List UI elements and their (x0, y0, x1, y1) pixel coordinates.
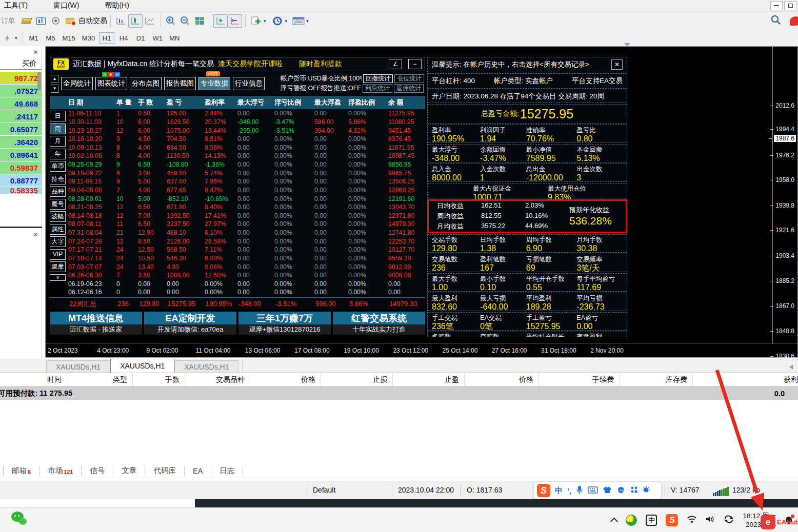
sogou-icon[interactable]: S (537, 484, 550, 497)
apps-grid-icon[interactable] (630, 486, 637, 495)
timeframe-m30[interactable]: M30 (79, 32, 97, 44)
wifi-icon[interactable] (687, 515, 697, 525)
terminal-column-header[interactable]: 时间 (0, 373, 67, 386)
chart-shift-icon[interactable] (213, 14, 228, 28)
terminal-column-header[interactable]: 类型 (67, 373, 132, 386)
ime-lang-icon[interactable]: 中 (555, 486, 563, 496)
indicators-icon[interactable] (291, 14, 306, 28)
terminal-column-header[interactable]: 库存费 (619, 373, 692, 386)
nav-button[interactable]: 回撤统计 (363, 74, 393, 83)
market-row[interactable]: 987.72 (0, 72, 42, 84)
timeframe-h4[interactable]: H4 (116, 32, 131, 44)
minimize-button[interactable] (770, 1, 783, 10)
periods-dropdown-icon[interactable]: ▾ (285, 18, 288, 24)
ime-punct-icon[interactable]: ’, (567, 486, 571, 495)
sidebar-button[interactable]: 观摩 (50, 261, 66, 272)
nav-button[interactable]: 仓位统计 (394, 74, 424, 83)
autotrade-button[interactable]: 自动交易 (78, 16, 107, 26)
sidebar-button[interactable]: 月 (50, 136, 66, 147)
tabs-left-arrow-icon[interactable] (789, 364, 793, 370)
panel-angle-button[interactable]: ∠ (389, 59, 402, 69)
promo-text-1[interactable]: 漆天交易学院开课啦 (218, 59, 283, 69)
ad-banner[interactable]: 红警交易系统十年实战实力打造 (333, 312, 425, 335)
terminal-tab-代码库[interactable]: 代码库 (145, 466, 185, 476)
tray-green-app-icon[interactable] (626, 515, 637, 526)
terminal-tab-信号[interactable]: 信号 (82, 466, 113, 476)
restore-button[interactable] (784, 1, 796, 10)
close-icon[interactable]: ✕ (32, 48, 39, 56)
new-order-button[interactable]: 订单 (1, 16, 15, 26)
cursor-tool-icon[interactable]: ✛ (0, 31, 14, 45)
terminal-column-header[interactable]: 获利 (692, 373, 798, 386)
sidebar-button[interactable]: 波幅 (50, 211, 66, 222)
terminal-column-header[interactable]: 价格 (464, 373, 538, 386)
cursor-dropdown-icon[interactable]: ▾ (15, 35, 17, 40)
market-row[interactable]: 0.88777 (0, 174, 42, 187)
nav-button[interactable]: 行业信息 (233, 77, 265, 90)
tray-chevron-icon[interactable] (610, 517, 619, 525)
sidebar-button[interactable]: 周 (50, 124, 66, 134)
sidebar-button[interactable]: VIP (50, 249, 66, 260)
timeframe-w1[interactable]: W1 (150, 32, 165, 44)
sidebar-button[interactable]: 属性 (50, 224, 66, 235)
terminal-tab-市场[interactable]: 市场121 (39, 466, 82, 476)
gold-bar-icon[interactable] (19, 14, 34, 28)
sidebar-button[interactable]: 日 (50, 111, 66, 121)
nav-button[interactable]: 报告截图 (164, 77, 196, 90)
terminal-tab-EA[interactable]: EA (185, 467, 211, 475)
market-scrollbar[interactable] (37, 72, 41, 90)
terminal-tab-日志[interactable]: 日志 (211, 466, 243, 476)
close-icon[interactable]: ✕ (611, 59, 623, 70)
market-row[interactable]: 0.89641 (0, 149, 42, 161)
market-row[interactable]: .07527 (0, 85, 42, 97)
candlestick-icon[interactable] (128, 14, 143, 28)
sidebar-button[interactable]: 年 (50, 149, 66, 159)
menu-item[interactable]: 窗口(W) (53, 1, 79, 10)
terminal-column-header[interactable]: 价格 (250, 373, 321, 386)
volume-icon[interactable] (706, 515, 715, 525)
terminal-tab-邮箱[interactable]: 邮箱6 (3, 466, 39, 476)
ad-banner[interactable]: EA定制开发开发请加微信: ea70ea (144, 312, 236, 335)
market-row[interactable]: .36420 (0, 136, 42, 148)
panel-splitter[interactable] (0, 227, 42, 228)
sync-icon[interactable] (724, 515, 734, 525)
zoom-out-icon[interactable] (178, 14, 192, 28)
market-row[interactable]: .24117 (0, 110, 42, 122)
scroll-down-icon[interactable]: ▼ (51, 85, 58, 93)
search-icon[interactable] (770, 14, 782, 28)
nav-button[interactable]: 全局统计 (61, 77, 93, 90)
skin-icon[interactable] (603, 486, 612, 495)
timeframe-m1[interactable]: M1 (26, 32, 42, 44)
auto-scroll-icon[interactable] (228, 14, 242, 28)
gamepad-icon[interactable]: +o (616, 486, 626, 495)
new-chart-icon[interactable] (34, 14, 48, 28)
tile-windows-icon[interactable] (192, 14, 207, 28)
nav-button[interactable]: 利息统计 (363, 84, 392, 93)
chart-tab[interactable]: XAUUSDs,H1 (46, 360, 110, 373)
bar-chart-icon[interactable] (114, 14, 128, 28)
menu-item[interactable]: 帮助(H) (105, 1, 129, 10)
sidebar-button[interactable]: 品种 (50, 186, 66, 197)
autotrade-icon[interactable] (63, 14, 77, 28)
scroll-up-icon[interactable]: ▲ (51, 75, 58, 83)
timeframe-h1[interactable]: H1 (99, 32, 114, 44)
panel-minimize-button[interactable]: − (408, 59, 422, 69)
sidebar-button[interactable]: ∨ (50, 274, 66, 281)
radar-icon[interactable] (48, 14, 63, 28)
taskbar-sogou-icon[interactable]: S (666, 514, 678, 526)
ad-banner[interactable]: 三年1万赚7万观摩+微信13012870216 (238, 312, 331, 335)
market-row[interactable]: 49.668 (0, 97, 42, 110)
sidebar-button[interactable]: 单币 (50, 161, 66, 172)
sidebar-button[interactable]: 持仓 (50, 174, 66, 185)
timeframe-mn[interactable]: MN (167, 32, 182, 44)
timeframe-m15[interactable]: M15 (60, 32, 78, 44)
close-icon[interactable]: ✕ (32, 231, 39, 238)
market-row[interactable]: 0.65077 (0, 123, 42, 135)
timeframe-d1[interactable]: D1 (133, 32, 148, 44)
terminal-column-header[interactable]: 手续费 (538, 373, 619, 386)
menu-item[interactable]: 工具(T) (4, 1, 28, 10)
zoom-in-icon[interactable] (164, 14, 178, 28)
market-row[interactable]: 0.58335 (0, 187, 42, 194)
settings-bug-icon[interactable] (642, 486, 650, 495)
taskbar-ime-icon[interactable]: 中 (646, 515, 657, 526)
